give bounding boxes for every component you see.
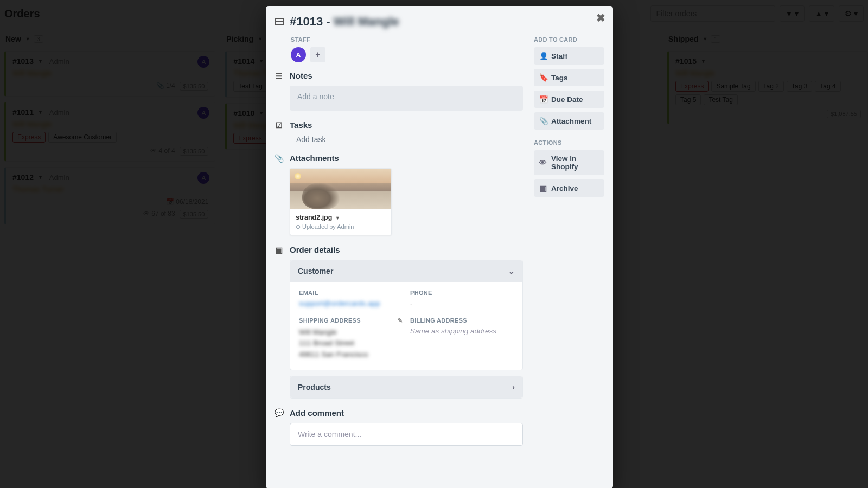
phone-value: - — [410, 299, 514, 307]
tasks-icon: ☑ — [275, 121, 283, 130]
comment-input[interactable]: Write a comment... — [290, 423, 523, 446]
add-attachment-button[interactable]: 📎Attachment — [534, 112, 604, 130]
shipping-label: SHIPPING ADDRESS — [299, 317, 361, 324]
close-button[interactable]: ✖ — [596, 11, 605, 24]
attachment-menu-icon[interactable]: ▼ — [335, 215, 340, 221]
add-to-card-label: ADD TO CARD — [534, 36, 604, 43]
tasks-heading: Tasks — [290, 120, 312, 130]
shipping-address: Will Mangle 111 Broad Street 49611 San F… — [299, 327, 403, 360]
avatar-icon: A — [197, 56, 209, 68]
products-panel-toggle[interactable]: Products › — [290, 376, 522, 398]
email-value[interactable]: support@ordercards.app — [299, 299, 380, 307]
add-due-date-button[interactable]: 📅Due Date — [534, 91, 604, 108]
edit-shipping-button[interactable]: ✎ — [398, 317, 403, 324]
products-panel: Products › — [290, 376, 523, 399]
chevron-down-icon: ⌄ — [508, 267, 515, 275]
filter-user-button[interactable]: ▲ ▾ — [809, 5, 834, 22]
billing-value: Same as shipping address — [410, 327, 514, 335]
tag-icon: 🔖 — [539, 73, 547, 82]
add-task-button[interactable]: Add task — [296, 135, 523, 144]
order-card[interactable]: #1013▼Admin A Will Mangle 📎 1/4$135.50 — [4, 51, 215, 97]
chevron-right-icon: › — [512, 383, 515, 391]
notes-icon: ☰ — [275, 72, 283, 80]
modal-title: #1013 - Will Mangle — [290, 15, 399, 29]
column-header-picking[interactable]: Picking — [226, 35, 253, 43]
actions-label: ACTIONS — [534, 139, 604, 146]
calendar-icon: 📅 — [539, 95, 547, 104]
paperclip-icon: 📎 — [539, 117, 547, 125]
customer-panel-toggle[interactable]: Customer ⌄ — [290, 260, 522, 282]
notes-heading: Notes — [290, 71, 312, 80]
add-tags-button[interactable]: 🔖Tags — [534, 69, 604, 86]
order-details-icon: ▣ — [275, 246, 283, 254]
archive-button[interactable]: ▣Archive — [534, 179, 604, 197]
order-detail-modal: ✖ #1013 - Will Mangle STAFF A + ☰ Notes … — [266, 6, 613, 488]
archive-icon: ▣ — [539, 184, 547, 192]
billing-label: BILLING ADDRESS — [410, 317, 514, 324]
customer-panel: Customer ⌄ EMAIL support@ordercards.app … — [290, 260, 523, 370]
avatar-icon: A — [197, 172, 209, 184]
attachment-filename: strand2.jpg — [296, 214, 332, 221]
filter-orders-input[interactable]: Filter orders — [650, 5, 775, 22]
attachment-card[interactable]: strand2.jpg ▼ ⊙ Uploaded by Admin — [290, 168, 392, 235]
attachments-heading: Attachments — [290, 153, 339, 163]
order-details-heading: Order details — [290, 245, 340, 254]
notes-input[interactable]: Add a note — [290, 86, 523, 111]
add-staff-button[interactable]: + — [310, 47, 326, 62]
email-label: EMAIL — [299, 290, 403, 296]
attachment-uploader: Uploaded by Admin — [302, 223, 354, 230]
phone-label: PHONE — [410, 290, 514, 296]
column-header-shipped[interactable]: Shipped — [668, 35, 698, 43]
user-icon: 👤 — [539, 52, 547, 60]
view-in-shopify-button[interactable]: 👁View in Shopify — [534, 150, 604, 175]
staff-label: STAFF — [275, 36, 523, 43]
attachment-thumbnail — [290, 169, 391, 209]
comment-icon: 💬 — [275, 408, 283, 417]
settings-button[interactable]: ⚙ ▾ — [839, 5, 864, 22]
order-card[interactable]: #1012▼Admin A Thomas Turner 📅 06/18/2021… — [4, 167, 215, 224]
page-title: Orders — [4, 8, 40, 20]
add-comment-heading: Add comment — [290, 408, 344, 418]
order-card[interactable]: #1011▼Admin A Will Mangle ExpressAwesome… — [4, 102, 215, 162]
order-card[interactable]: #1015▼ Will Mangle ExpressSample TagTag … — [667, 51, 868, 124]
add-staff-side-button[interactable]: 👤Staff — [534, 47, 604, 65]
staff-avatar[interactable]: A — [291, 47, 306, 62]
card-icon — [275, 18, 284, 25]
column-header-new[interactable]: New — [5, 35, 21, 43]
eye-icon: 👁 — [539, 159, 547, 167]
filter-tag-button[interactable]: ▼ ▾ — [780, 5, 805, 22]
avatar-icon: A — [197, 107, 209, 119]
attachment-icon: 📎 — [275, 154, 283, 163]
